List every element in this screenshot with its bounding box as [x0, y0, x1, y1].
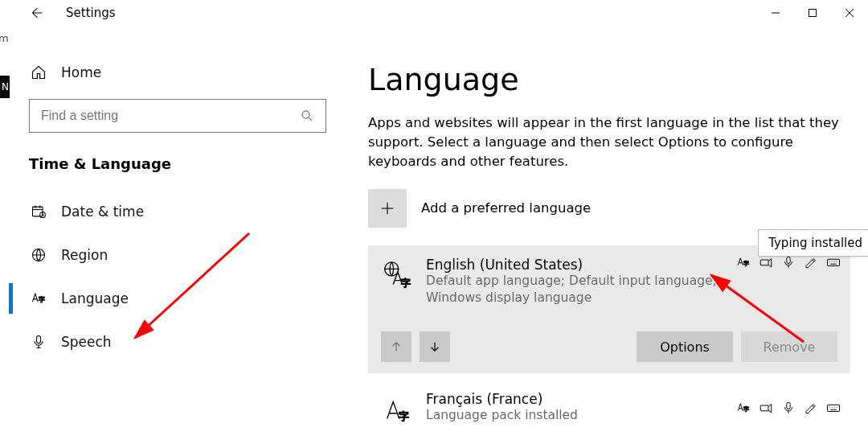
keyboard-icon: [826, 255, 841, 269]
add-language-label: Add a preferred language: [421, 200, 591, 216]
browser-tab-fragment: N: [0, 76, 10, 98]
window-close[interactable]: [831, 0, 868, 26]
handwriting-icon: [804, 255, 818, 269]
svg-rect-6: [33, 207, 43, 216]
svg-rect-29: [760, 405, 768, 411]
sidebar-item-region[interactable]: Region: [11, 233, 349, 277]
page-description: Apps and websites will appear in the fir…: [368, 113, 850, 171]
svg-rect-19: [760, 260, 768, 265]
speech-recognition-icon: [781, 401, 796, 415]
app-title: Settings: [66, 6, 116, 20]
back-button[interactable]: [29, 6, 43, 20]
sidebar-item-label: Region: [61, 247, 108, 263]
keyboard-icon: [826, 401, 841, 415]
svg-point-4: [302, 111, 309, 118]
home-icon: [31, 64, 47, 80]
svg-rect-31: [828, 405, 840, 411]
search-icon: [300, 109, 314, 123]
plus-icon: [379, 199, 396, 217]
svg-rect-30: [787, 402, 791, 409]
add-language-button[interactable]: [368, 189, 407, 228]
content-pane: Language Apps and websites will appear i…: [349, 27, 868, 436]
svg-rect-20: [787, 257, 791, 263]
speech-recognition-icon: [781, 255, 796, 269]
sidebar-item-language[interactable]: 字 Language: [11, 277, 349, 320]
options-button[interactable]: Options: [637, 331, 733, 362]
language-feature-badges: 字: [736, 401, 841, 415]
svg-rect-1: [809, 10, 817, 17]
language-world-icon: 字: [381, 260, 411, 290]
language-subtitle: Default app language; Default input lang…: [426, 273, 837, 290]
sidebar-home[interactable]: Home: [11, 51, 349, 94]
sidebar: Home Time & Language Date & time Region …: [11, 27, 349, 436]
remove-button: Remove: [741, 331, 837, 362]
svg-rect-13: [37, 335, 41, 343]
language-card-english[interactable]: 字 English (United States) Default app la…: [368, 245, 850, 373]
sidebar-home-label: Home: [61, 64, 101, 80]
arrow-up-icon: [389, 339, 403, 354]
search-box[interactable]: [29, 99, 326, 133]
display-language-icon: 字: [736, 255, 751, 269]
handwriting-icon: [804, 401, 818, 415]
settings-window: Settings Home Time & Language Date & tim…: [11, 0, 868, 436]
tooltip-typing-installed: Typing installed: [758, 229, 868, 257]
globe-icon: [31, 247, 47, 263]
svg-text:字: 字: [401, 278, 411, 289]
sidebar-item-date-time[interactable]: Date & time: [11, 190, 349, 233]
language-card-french[interactable]: 字 Français (France) Language pack instal…: [368, 380, 850, 436]
language-a-icon: 字: [381, 394, 411, 425]
arrow-down-icon: [428, 339, 442, 354]
move-down-button[interactable]: [420, 331, 450, 362]
text-to-speech-icon: [759, 401, 773, 415]
svg-line-5: [309, 117, 312, 121]
svg-text:字: 字: [39, 295, 45, 303]
sidebar-item-speech[interactable]: Speech: [11, 320, 349, 364]
language-subtitle: Windows display language: [426, 290, 837, 307]
browser-address-fragment: m: [0, 32, 9, 44]
sidebar-item-label: Speech: [61, 334, 112, 350]
search-input[interactable]: [41, 109, 300, 123]
sidebar-item-label: Language: [61, 290, 129, 306]
titlebar: Settings: [11, 0, 868, 27]
window-minimize[interactable]: [757, 0, 794, 26]
language-feature-badges: 字: [736, 255, 841, 269]
window-maximize[interactable]: [794, 0, 831, 26]
svg-text:字: 字: [743, 406, 749, 413]
svg-text:字: 字: [399, 410, 409, 422]
text-to-speech-icon: [759, 255, 773, 269]
language-a-icon: 字: [31, 290, 47, 306]
microphone-icon: [31, 334, 47, 350]
sidebar-item-label: Date & time: [61, 204, 144, 220]
move-up-button[interactable]: [381, 331, 411, 362]
page-title: Language: [368, 62, 868, 97]
svg-rect-21: [828, 259, 840, 265]
calendar-clock-icon: [31, 204, 47, 220]
add-language-row[interactable]: Add a preferred language: [368, 189, 868, 228]
display-language-icon: 字: [736, 401, 751, 415]
svg-text:字: 字: [743, 260, 749, 266]
section-title: Time & Language: [11, 147, 349, 190]
